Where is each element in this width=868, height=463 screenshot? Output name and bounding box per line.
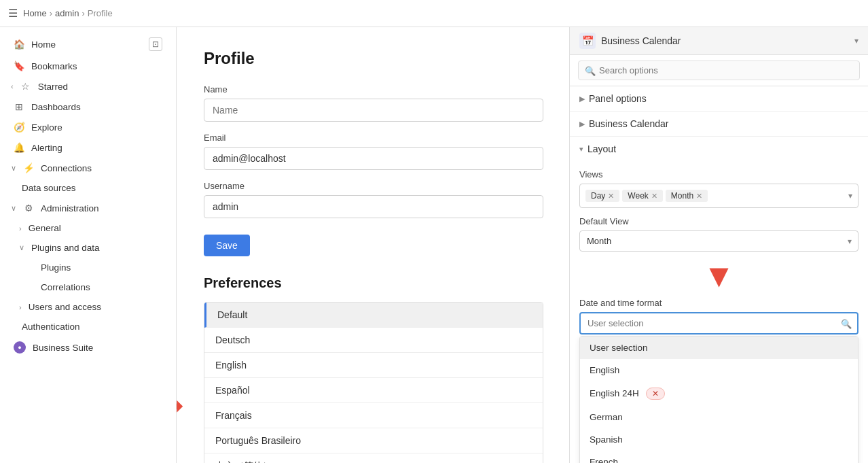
views-tags-row[interactable]: Day ✕ Week ✕ Month ✕ ▾ [579, 184, 858, 208]
username-label: Username [204, 181, 542, 191]
pref-item-portuguese[interactable]: Português Brasileiro [204, 428, 543, 453]
sidebar-item-administration[interactable]: ∨ ⚙ Administration [3, 198, 173, 218]
business-suite-icon: ● [14, 341, 26, 354]
layout-content: Views Day ✕ Week ✕ Month ✕ ▾ [570, 161, 868, 463]
sidebar-item-users-and-access[interactable]: › Users and access [3, 297, 173, 317]
sidebar-item-bookmarks[interactable]: 🔖 Bookmarks [3, 56, 173, 76]
name-group: Name [204, 84, 542, 122]
panel-header-chevron[interactable]: ▾ [854, 36, 858, 46]
panel-section-layout-header[interactable]: ▾ Layout [570, 137, 868, 161]
sidebar-item-business-suite[interactable]: ● Business Suite [3, 337, 173, 358]
tag-week-label: Week [628, 191, 648, 201]
sidebar-item-alerting[interactable]: 🔔 Alerting [3, 137, 173, 158]
sidebar-item-plugins[interactable]: Plugins [3, 258, 173, 277]
dropdown-item-english[interactable]: English [580, 359, 858, 381]
sidebar-item-correlations[interactable]: Correlations [3, 277, 173, 297]
name-label: Name [204, 84, 542, 95]
sidebar-item-label: Data sources [22, 183, 162, 193]
pref-item-english[interactable]: English [204, 353, 543, 378]
dropdown-item-user-selection[interactable]: User selection [580, 337, 858, 359]
section-title: Panel options [589, 93, 647, 104]
panel-search-input[interactable] [578, 61, 860, 80]
chevron-right-icon4: ▶ [579, 120, 585, 128]
sidebar-item-starred[interactable]: ‹ ☆ Starred [3, 76, 173, 97]
datetime-label: Date and time format [579, 298, 858, 308]
name-input[interactable] [204, 99, 543, 122]
chevron-down-icon2: ∨ [11, 204, 16, 213]
dropdown-item-german[interactable]: German [580, 406, 858, 428]
sidebar-item-general[interactable]: › General [3, 218, 173, 238]
pref-item-deutsch[interactable]: Deutsch [204, 328, 543, 353]
sidebar-item-label: Explore [31, 122, 162, 133]
tag-week-remove[interactable]: ✕ [651, 192, 657, 201]
chevron-right-icon2: › [19, 303, 22, 311]
dropdown-item-label: User selection [590, 343, 648, 353]
datetime-search-icon: 🔍 [841, 318, 852, 328]
chevron-right-icon: › [19, 224, 22, 233]
dropdown-item-spanish[interactable]: Spanish [580, 428, 858, 451]
sidebar-item-label: Plugins and data [31, 243, 162, 253]
email-label: Email [204, 133, 542, 143]
chevron-down-icon4: ▾ [579, 145, 583, 154]
page-title: Profile [204, 49, 542, 68]
sidebar-item-authentication[interactable]: Authentication [3, 317, 173, 337]
right-panel: 📅 Business Calendar ▾ 🔍 ▶ Panel options … [569, 27, 868, 463]
tag-week: Week ✕ [622, 190, 662, 202]
dropdown-item-label: French [590, 457, 618, 463]
tag-month-remove[interactable]: ✕ [696, 192, 702, 201]
default-view-label: Default View [579, 216, 858, 226]
panel-section-options-header[interactable]: ▶ Panel options [570, 86, 868, 111]
sidebar-toggle-icon[interactable]: ⊡ [149, 37, 162, 51]
sidebar-item-label: Business Suite [33, 343, 162, 353]
breadcrumb-admin[interactable]: admin [55, 8, 79, 18]
breadcrumb-home[interactable]: Home [23, 8, 47, 18]
sidebar-item-connections[interactable]: ∨ ⚡ Connections [3, 158, 173, 178]
sidebar-item-home[interactable]: 🏠 Home ⊡ [3, 33, 173, 56]
sidebar-item-label: Plugins [41, 262, 162, 273]
sidebar-item-label: Connections [41, 163, 162, 173]
sidebar-item-dashboards[interactable]: ⊞ Dashboards [3, 97, 173, 117]
dropdown-item-label: Spanish [590, 434, 623, 445]
sidebar-item-data-sources[interactable]: Data sources [3, 178, 173, 198]
sidebar-item-label: Home [31, 39, 142, 50]
save-button[interactable]: Save [204, 235, 250, 256]
breadcrumb-current: Profile [88, 8, 113, 18]
pref-item-espanol[interactable]: Español [204, 378, 543, 403]
dropdown-item-label: English 24H [590, 388, 639, 398]
tags-dropdown-arrow[interactable]: ▾ [848, 191, 852, 201]
dropdown-item-english24h[interactable]: English 24H ✕ [580, 381, 858, 406]
dropdown-list: User selection English English 24H ✕ Ger… [579, 336, 858, 463]
chevron-left-icon: ‹ [11, 82, 14, 90]
explore-icon: 🧭 [14, 122, 24, 133]
preferences-title: Preferences [204, 275, 542, 291]
email-input[interactable] [204, 147, 543, 170]
sidebar-item-label: Correlations [41, 282, 162, 292]
datetime-input[interactable] [579, 312, 858, 335]
panel-section-calendar: ▶ Business Calendar [570, 112, 868, 137]
pref-item-default[interactable]: Default [204, 303, 543, 328]
sidebar-item-label: Authentication [22, 322, 162, 332]
panel-search: 🔍 [570, 55, 868, 86]
pref-item-francais[interactable]: Français [204, 403, 543, 428]
username-group: Username [204, 181, 542, 218]
panel-header: 📅 Business Calendar ▾ [570, 27, 868, 55]
username-input[interactable] [204, 195, 543, 218]
dropdown-item-label: German [590, 412, 623, 422]
sidebar-item-label: Dashboards [31, 102, 162, 112]
connections-icon: ⚡ [23, 162, 34, 173]
section-title: Layout [587, 143, 616, 154]
dropdown-item-french[interactable]: French [580, 451, 858, 463]
panel-header-title: Business Calendar [601, 35, 849, 46]
dropdown-item-label: English [590, 365, 619, 375]
default-view-select[interactable]: Month [579, 230, 858, 252]
tag-month: Month ✕ [666, 190, 708, 202]
default-view-select-wrap: Month [579, 230, 858, 252]
sidebar-item-plugins-and-data[interactable]: ∨ Plugins and data [3, 238, 173, 258]
sidebar-item-explore[interactable]: 🧭 Explore [3, 117, 173, 137]
panel-section-calendar-header[interactable]: ▶ Business Calendar [570, 112, 868, 136]
sidebar-item-label: General [29, 223, 162, 233]
panel-header-icon: 📅 [579, 33, 596, 49]
tag-day-remove[interactable]: ✕ [608, 192, 614, 201]
menu-icon[interactable]: ☰ [8, 7, 18, 20]
pref-item-chinese[interactable]: 中文（简体） [204, 453, 543, 463]
